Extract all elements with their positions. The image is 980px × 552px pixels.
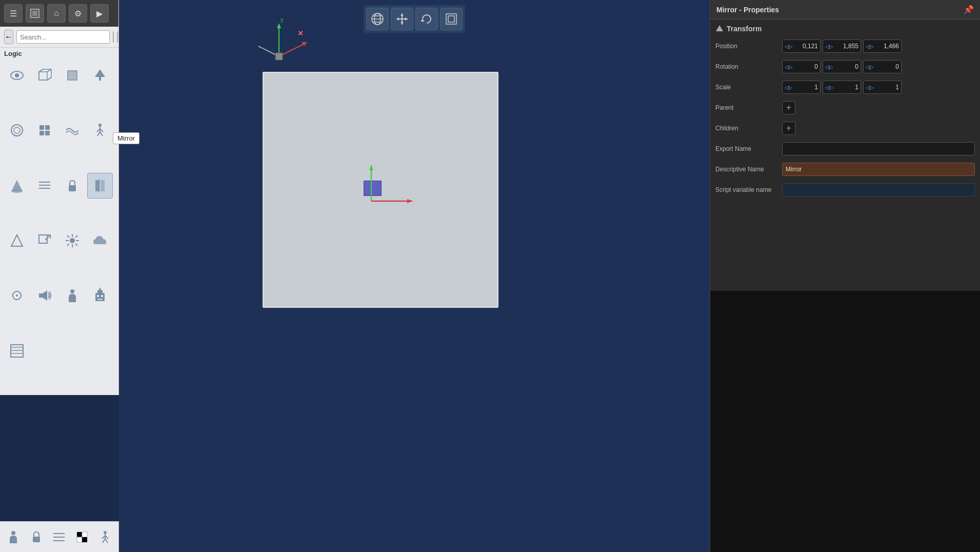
position-label: Position <box>715 43 782 50</box>
position-x-field[interactable]: ◁▷ 0,121 <box>782 40 821 53</box>
scale-x-arrows: ◁▷ <box>785 85 793 90</box>
bottom-icon-flag[interactable] <box>72 527 92 547</box>
svg-rect-67 <box>77 537 82 542</box>
descriptive-name-label: Descriptive Name <box>715 166 782 173</box>
svg-rect-30 <box>95 180 99 191</box>
icon-burst[interactable] <box>59 228 85 253</box>
icon-cube[interactable] <box>32 63 57 88</box>
rotation-z-value: 0 <box>875 63 899 70</box>
svg-rect-65 <box>77 532 82 537</box>
icon-spiral[interactable] <box>4 283 30 308</box>
export-name-label: Export Name <box>715 145 782 152</box>
icon-cone2[interactable] <box>4 228 30 253</box>
position-y-field[interactable]: ◁▷ 1,855 <box>823 40 861 53</box>
script-variable-label: Script variable name <box>715 186 782 193</box>
nav-close-button[interactable]: ✕ <box>297 29 304 37</box>
move-button[interactable] <box>391 8 413 30</box>
bottom-icon-lock[interactable] <box>26 527 47 547</box>
icon-lock[interactable] <box>59 173 85 199</box>
svg-point-25 <box>11 190 23 193</box>
icon-stripe[interactable] <box>4 338 30 364</box>
scale-z-field[interactable]: ◁▷ 1 <box>863 81 902 94</box>
position-z-arrows: ◁▷ <box>866 44 874 49</box>
script-variable-input[interactable] <box>782 183 975 196</box>
svg-marker-92 <box>407 199 412 203</box>
bottom-icon-lines[interactable] <box>49 527 69 547</box>
shape-dark-button[interactable] <box>117 31 118 43</box>
export-name-input[interactable] <box>782 142 975 155</box>
scale-x-field[interactable]: ◁▷ 1 <box>782 81 821 94</box>
rotation-x-arrows: ◁▷ <box>785 64 793 70</box>
svg-rect-53 <box>97 299 103 300</box>
descriptive-name-input[interactable]: Mirror <box>782 163 975 176</box>
rotation-y-field[interactable]: ◁▷ 0 <box>823 60 861 73</box>
icon-box[interactable] <box>59 63 85 88</box>
transform-section-header: Transform <box>715 25 975 33</box>
shape-white-button[interactable] <box>113 31 114 43</box>
svg-line-23 <box>100 132 103 136</box>
rotation-x-field[interactable]: ◁▷ 0 <box>782 60 821 73</box>
icon-wave[interactable] <box>59 117 85 143</box>
icon-puzzle[interactable] <box>32 117 57 143</box>
pin-button[interactable]: 📌 <box>964 5 974 14</box>
settings-button[interactable]: ⚙ <box>69 4 87 23</box>
svg-point-55 <box>99 288 101 289</box>
main-viewport[interactable]: y ✕ <box>119 0 710 552</box>
rotate-button[interactable] <box>415 8 438 30</box>
icon-cone[interactable] <box>4 173 30 199</box>
svg-point-13 <box>14 127 20 133</box>
svg-line-42 <box>75 244 77 246</box>
svg-rect-61 <box>33 537 40 542</box>
svg-point-60 <box>11 531 15 535</box>
canvas-area <box>263 72 498 308</box>
icon-cloud[interactable] <box>87 228 113 253</box>
svg-point-18 <box>98 124 102 127</box>
svg-line-43 <box>75 235 77 238</box>
svg-line-74 <box>105 539 108 543</box>
home-button[interactable]: ⌂ <box>47 4 66 23</box>
bottom-icon-person[interactable] <box>3 527 24 547</box>
nav-axes-svg: y <box>248 15 310 67</box>
svg-marker-33 <box>11 235 23 246</box>
icon-person[interactable] <box>59 283 85 308</box>
icon-walker[interactable] <box>87 117 113 143</box>
properties-panel: Mirror - Properties 📌 Transform Position… <box>710 0 980 552</box>
icon-export[interactable] <box>32 228 57 253</box>
svg-point-12 <box>11 125 23 136</box>
svg-rect-11 <box>99 77 101 81</box>
globe-button[interactable] <box>366 8 389 30</box>
search-input[interactable] <box>16 30 110 44</box>
children-add-button[interactable]: + <box>782 122 795 135</box>
parent-add-button[interactable]: + <box>782 101 795 114</box>
export-name-row: Export Name <box>715 141 975 157</box>
position-z-field[interactable]: ◁▷ 1,466 <box>863 40 902 53</box>
scale-z-value: 1 <box>875 84 899 91</box>
scale-y-arrows: ◁▷ <box>825 85 833 90</box>
icon-tree[interactable] <box>87 63 113 88</box>
icon-eye[interactable] <box>4 63 30 88</box>
svg-point-51 <box>97 295 99 297</box>
transform-axes <box>356 160 458 263</box>
parent-row: Parent + <box>715 100 975 116</box>
scale-z-arrows: ◁▷ <box>866 85 874 90</box>
icon-sound[interactable] <box>32 283 57 308</box>
sidebar: ☰ ⌂ ⚙ ▶ ← Logic <box>0 0 119 395</box>
icon-circle[interactable] <box>4 117 30 143</box>
back-button[interactable]: ← <box>4 30 13 44</box>
scale-y-field[interactable]: ◁▷ 1 <box>823 81 861 94</box>
bottom-icon-walker[interactable] <box>95 527 115 547</box>
mirror-object[interactable] <box>364 181 382 196</box>
svg-rect-68 <box>82 537 87 542</box>
scale-row: Scale ◁▷ 1 ◁▷ 1 ◁▷ 1 <box>715 79 975 95</box>
scale-button[interactable] <box>440 8 463 30</box>
icon-robot[interactable] <box>87 283 113 308</box>
search-bar: ← <box>0 27 118 48</box>
scene-button[interactable] <box>26 4 44 23</box>
play-button[interactable]: ▶ <box>90 4 109 23</box>
toolbar-top: ☰ ⌂ ⚙ ▶ <box>0 0 118 27</box>
icon-mirror[interactable] <box>87 173 113 199</box>
icon-lines[interactable] <box>32 173 57 199</box>
rotation-z-field[interactable]: ◁▷ 0 <box>863 60 902 73</box>
menu-button[interactable]: ☰ <box>4 4 23 23</box>
svg-marker-94 <box>277 23 281 28</box>
